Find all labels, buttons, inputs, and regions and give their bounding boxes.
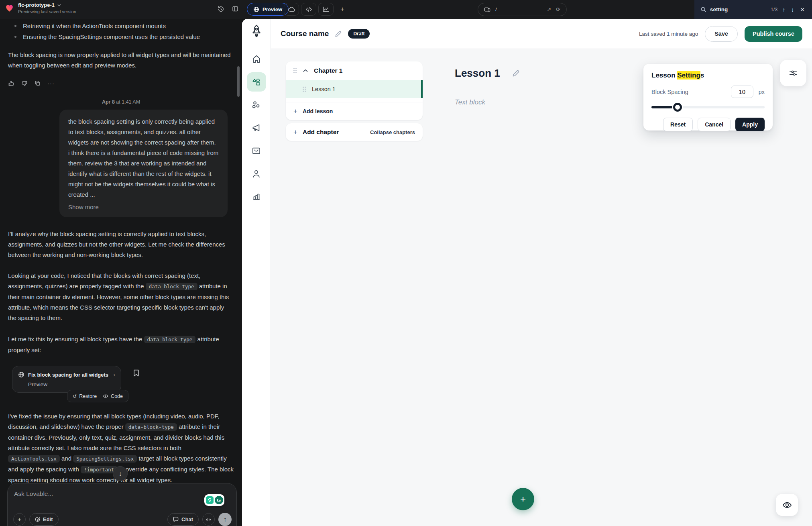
- line-chart-icon: [323, 6, 329, 12]
- voice-input-button[interactable]: [202, 513, 215, 526]
- find-close-icon[interactable]: ✕: [799, 6, 806, 13]
- bar-chart-icon: [252, 192, 261, 201]
- chapter-card: Chapter 1 Lesson 1 + Add lesson: [286, 61, 423, 120]
- chat-mode-button[interactable]: Chat: [167, 513, 199, 526]
- chevron-down-icon: [57, 4, 61, 6]
- drag-handle-icon[interactable]: [302, 86, 306, 92]
- chat-input-card: G + Edit Chat ↑: [7, 483, 237, 526]
- collapse-chapters-button[interactable]: Collapse chapters: [370, 129, 415, 135]
- inline-code: data-block-type: [125, 423, 177, 431]
- lesson-row-selected[interactable]: Lesson 1: [286, 80, 423, 98]
- sidebar-item-announcements[interactable]: [247, 118, 266, 137]
- find-next-icon[interactable]: ↓: [790, 6, 795, 13]
- version-card-wrap: Fix block spacing for all widgets › Prev…: [12, 366, 121, 393]
- inline-code: !important: [81, 466, 117, 473]
- scroll-to-bottom-button[interactable]: ↓: [113, 466, 128, 481]
- url-bar[interactable]: / ↗ ⟳: [478, 3, 567, 16]
- publish-course-button[interactable]: Publish course: [745, 26, 802, 42]
- preview-button[interactable]: Preview: [247, 3, 289, 16]
- lesson-settings-popover: Lesson Settings Block Spacing px Reset C…: [643, 64, 773, 130]
- sidebar-item-inbox[interactable]: [247, 141, 266, 160]
- url-path[interactable]: /: [495, 6, 542, 12]
- assistant-paragraph: The block spacing is now properly applie…: [8, 50, 234, 71]
- apply-button[interactable]: Apply: [735, 118, 765, 131]
- code-view-button[interactable]: [301, 3, 316, 16]
- inline-code: SpacingSettings.tsx: [73, 455, 137, 463]
- project-menu[interactable]: flc-prototype-1 Previewing last saved ve…: [5, 2, 76, 14]
- layout-panel-icon[interactable]: [232, 6, 238, 12]
- thumbs-up-icon[interactable]: [8, 80, 14, 87]
- sliders-icon: [789, 69, 798, 77]
- show-more-link[interactable]: Show more: [68, 204, 99, 210]
- eye-icon: [782, 501, 792, 509]
- send-button[interactable]: ↑: [218, 513, 232, 526]
- sidebar-item-analytics[interactable]: [247, 187, 266, 206]
- analytics-button[interactable]: [318, 3, 334, 16]
- edit-lesson-title-icon[interactable]: [512, 69, 520, 77]
- lesson-editor: Lesson 1 Text block: [455, 67, 520, 106]
- user-icon: [252, 169, 261, 178]
- app-header: Course name Draft Last saved 1 minute ag…: [271, 19, 812, 49]
- chevron-up-icon[interactable]: [303, 69, 308, 72]
- user-message-bubble: the block spacing setting is only correc…: [59, 110, 228, 217]
- assistant-paragraph: I'll analyze why the block spacing setti…: [8, 229, 234, 260]
- code-button[interactable]: Code: [103, 393, 123, 399]
- slider-thumb[interactable]: [673, 103, 682, 112]
- project-status: Previewing last saved version: [18, 9, 76, 14]
- search-highlight: Setting: [677, 71, 700, 80]
- preview-toggle-button[interactable]: [776, 494, 798, 516]
- sidebar-item-content[interactable]: [247, 72, 266, 92]
- course-title: Course name: [281, 29, 329, 38]
- version-card[interactable]: Fix block spacing for all widgets › Prev…: [12, 366, 121, 393]
- thumbs-down-icon[interactable]: [21, 80, 28, 87]
- chevron-right-icon: ›: [113, 371, 115, 378]
- assistant-bullet-list: Retrieving it when the ActionTools compo…: [8, 20, 234, 42]
- drag-handle-icon[interactable]: [293, 68, 297, 73]
- edit-title-icon[interactable]: [335, 30, 342, 37]
- sidebar-item-home[interactable]: [247, 49, 266, 69]
- grammarly-bulb-icon: [206, 496, 214, 504]
- chat-input[interactable]: [14, 490, 144, 502]
- find-previous-icon[interactable]: ↑: [781, 6, 786, 13]
- add-tab-button[interactable]: +: [336, 3, 348, 16]
- text-block-placeholder[interactable]: Text block: [455, 98, 520, 106]
- reset-button[interactable]: Reset: [663, 118, 693, 131]
- cloud-icon: [288, 6, 295, 12]
- add-chapter-button[interactable]: Add chapter: [303, 128, 339, 136]
- find-input[interactable]: [710, 6, 767, 12]
- more-options-icon[interactable]: ···: [47, 80, 55, 87]
- message-timestamp: Apr 8 at 1:41 AM: [8, 99, 234, 105]
- chapter-header[interactable]: Chapter 1: [286, 61, 423, 80]
- sidebar-item-profile[interactable]: [247, 164, 266, 183]
- add-chapter-card: + Add chapter Collapse chapters: [286, 123, 423, 141]
- code-icon: [103, 394, 108, 398]
- plus-icon: +: [520, 493, 526, 505]
- refresh-icon[interactable]: ⟳: [556, 6, 560, 12]
- bookmark-icon[interactable]: [133, 369, 139, 377]
- open-external-icon[interactable]: ↗: [547, 6, 551, 12]
- history-icon[interactable]: [218, 6, 224, 12]
- sidebar-item-community[interactable]: [247, 95, 266, 114]
- assistant-paragraph: Let me fix this by ensuring all block ty…: [8, 334, 234, 355]
- lesson-title: Lesson 1: [455, 67, 500, 80]
- add-lesson-button[interactable]: + Add lesson: [286, 102, 423, 120]
- assistant-paragraph: Looking at your code, I noticed that the…: [8, 271, 234, 323]
- deploy-cloud-button[interactable]: [284, 3, 299, 16]
- message-actions: ···: [8, 80, 234, 87]
- grammarly-widget[interactable]: G: [204, 494, 224, 506]
- globe-icon: [253, 6, 259, 12]
- send-arrow-icon: ↑: [224, 516, 227, 523]
- save-button[interactable]: Save: [705, 26, 738, 42]
- block-spacing-input[interactable]: [731, 86, 753, 98]
- chat-scrollbar[interactable]: [237, 66, 240, 97]
- undo-icon: ↺: [73, 393, 77, 399]
- settings-toggle-button[interactable]: [780, 60, 806, 86]
- chat-panel: Retrieving it when the ActionTools compo…: [0, 19, 242, 526]
- cancel-button[interactable]: Cancel: [698, 118, 731, 131]
- restore-button[interactable]: ↺Restore: [73, 393, 97, 399]
- block-spacing-slider[interactable]: [651, 103, 765, 112]
- edit-mode-button[interactable]: Edit: [29, 513, 59, 526]
- add-block-fab[interactable]: +: [512, 488, 534, 510]
- copy-icon[interactable]: [35, 80, 41, 86]
- attach-button[interactable]: +: [13, 513, 26, 526]
